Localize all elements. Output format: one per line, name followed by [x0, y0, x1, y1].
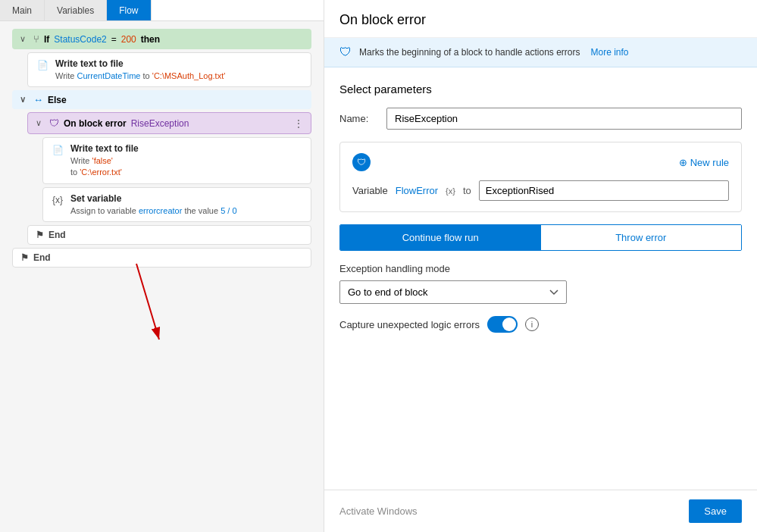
variable-section-header: 🛡 ⊕ New rule: [352, 153, 729, 171]
flow-editor-panel: Main Variables Flow ∨ ⑂ If StatusCode2 =…: [0, 0, 324, 532]
toggle-row: Capture unexpected logic errors i: [339, 316, 742, 333]
info-banner: 🛡 Marks the beginning of a block to hand…: [324, 38, 757, 67]
end-inner-label: End: [48, 230, 66, 240]
write-icon-1: 📄: [36, 58, 49, 72]
flow-container: ∨ ⑂ If StatusCode2 = 200 then 📄 Write te…: [0, 21, 324, 532]
capture-label: Capture unexpected logic errors: [339, 319, 480, 330]
set-var-title: Set variable: [70, 192, 237, 205]
if-keyword: If: [44, 34, 49, 45]
tab-2[interactable]: Variables: [45, 0, 107, 20]
info-text: Marks the beginning of a block to handle…: [359, 47, 580, 58]
write-text-content-1: Write text to file Write CurrentDateTime…: [55, 58, 225, 82]
continue-flow-button[interactable]: Continue flow run: [340, 225, 541, 250]
if-then: then: [141, 34, 160, 45]
more-info-link[interactable]: More info: [591, 47, 629, 58]
if-block[interactable]: ∨ ⑂ If StatusCode2 = 200 then: [12, 29, 311, 49]
end-outer-block[interactable]: ⚑ End: [12, 248, 311, 268]
panel-body: Select parameters Name: 🛡 ⊕ New rule Var…: [324, 67, 757, 490]
set-var-icon: {x}: [51, 193, 64, 207]
info-circle-icon[interactable]: i: [525, 318, 539, 331]
collapse-else[interactable]: ∨: [20, 95, 26, 105]
variable-label: Variable: [352, 185, 388, 196]
right-panel: On block error 🛡 Marks the beginning of …: [324, 0, 757, 532]
else-icon: ↔: [33, 94, 43, 105]
context-menu-dots[interactable]: ⋮: [294, 118, 303, 129]
variable-name: FlowError: [396, 185, 438, 196]
else-label: Else: [48, 95, 67, 105]
activate-windows-text: Activate Windows: [339, 505, 418, 517]
banner-shield-icon: 🛡: [339, 45, 352, 59]
on-block-name: RiseException: [131, 118, 189, 129]
name-field-row: Name:: [339, 108, 742, 130]
write-text-action-1[interactable]: 📄 Write text to file Write CurrentDateTi…: [27, 52, 311, 87]
set-variable-action[interactable]: {x} Set variable Assign to variable erro…: [42, 187, 311, 222]
tab-3[interactable]: Flow: [107, 0, 151, 20]
write-title-2: Write text to file: [70, 142, 139, 155]
name-label: Name:: [339, 113, 377, 124]
flag-icon-outer: ⚑: [20, 252, 29, 263]
write-text-content-2: Write text to file Write 'false' to 'C:\…: [70, 142, 139, 179]
throw-error-button[interactable]: Throw error: [541, 225, 742, 250]
write-detail-2: Write 'false' to 'C:\error.txt': [70, 155, 139, 179]
if-variable: StatusCode2: [54, 34, 106, 45]
on-block-error-block[interactable]: ∨ 🛡 On block error RiseException ⋮: [27, 112, 311, 134]
end-outer-label: End: [33, 252, 51, 263]
write-detail-1: Write CurrentDateTime to 'C:\MSAuth_Log.…: [55, 70, 225, 82]
write-title-1: Write text to file: [55, 58, 225, 70]
name-input[interactable]: [386, 108, 742, 130]
variable-braces: {x}: [446, 186, 455, 196]
set-var-content: Set variable Assign to variable errorcre…: [70, 192, 237, 217]
else-block[interactable]: ∨ ↔ Else: [12, 90, 311, 109]
shield-icon-blue: 🛡: [352, 153, 371, 171]
svg-line-1: [136, 264, 159, 340]
new-rule-button[interactable]: ⊕ New rule: [679, 157, 729, 168]
variable-row: Variable FlowError {x} to: [352, 180, 729, 201]
if-operator: =: [111, 34, 117, 45]
tab-bar: Main Variables Flow: [0, 0, 324, 21]
plus-icon: ⊕: [679, 157, 687, 168]
mode-buttons: Continue flow run Throw error: [339, 224, 742, 251]
flag-icon-inner: ⚑: [36, 230, 44, 240]
collapse-if[interactable]: ∨: [20, 34, 26, 44]
variable-section: 🛡 ⊕ New rule Variable FlowError {x} to: [339, 142, 742, 212]
tab-1[interactable]: Main: [0, 0, 45, 20]
capture-toggle[interactable]: [487, 316, 518, 333]
new-rule-label: New rule: [690, 157, 729, 168]
end-inner-block[interactable]: ⚑ End: [27, 225, 311, 245]
if-icon: ⑂: [33, 33, 39, 45]
exception-handling-label: Exception handling mode: [339, 263, 742, 274]
save-button[interactable]: Save: [689, 499, 742, 523]
panel-title: On block error: [324, 0, 757, 38]
variable-to: to: [463, 185, 471, 196]
write-text-action-2[interactable]: 📄 Write text to file Write 'false' to 'C…: [42, 137, 311, 184]
set-var-detail: Assign to variable errorcreator the valu…: [70, 205, 237, 217]
exception-dropdown[interactable]: Go to end of block Go to next action Rep…: [339, 280, 567, 304]
collapse-on-error[interactable]: ∨: [36, 118, 42, 128]
section-title: Select parameters: [339, 83, 742, 95]
dropdown-row: Go to end of block Go to next action Rep…: [339, 280, 742, 304]
write-icon-2: 📄: [51, 143, 64, 157]
variable-value-input[interactable]: [479, 180, 729, 201]
shield-icon-left: 🛡: [49, 117, 59, 129]
if-value: 200: [121, 34, 136, 45]
bottom-bar: Activate Windows Save: [324, 490, 757, 532]
on-block-title: On block error: [64, 118, 127, 129]
